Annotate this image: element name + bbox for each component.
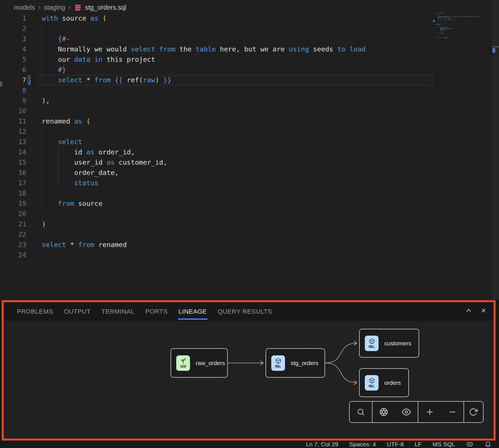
line-number: 8 xyxy=(11,85,26,95)
cube-icon: MDL xyxy=(365,375,379,391)
line-number: 6 xyxy=(11,65,26,75)
line-number: 5 xyxy=(11,54,26,65)
node-label: stg_orders xyxy=(291,360,318,367)
code-line: id as order_id, xyxy=(42,147,135,157)
line-number: 13 xyxy=(11,137,26,147)
code-line: renamed as ( xyxy=(42,116,90,126)
aperture-icon[interactable] xyxy=(379,408,388,416)
line-number: 17 xyxy=(11,178,26,188)
seedling-icon: SED xyxy=(176,355,190,371)
zoom-out-icon[interactable] xyxy=(448,408,457,416)
code-line: select xyxy=(42,137,82,147)
status-item[interactable]: Spaces: 4 xyxy=(349,441,376,448)
code-line: from source xyxy=(42,198,102,209)
node-label: customers xyxy=(384,340,411,347)
code-line: our data in this project xyxy=(42,54,155,65)
code-line: ), xyxy=(42,95,50,106)
node-label: raw_orders xyxy=(196,360,225,367)
code-line: #} xyxy=(42,65,66,75)
modified-line-gutter-marker xyxy=(27,75,31,85)
line-number: 22 xyxy=(11,229,26,240)
minimap[interactable]: with source as ( {#- Normally we would s… xyxy=(435,13,490,39)
line-number: 18 xyxy=(11,188,26,198)
line-number: 16 xyxy=(11,168,26,178)
line-number: 20 xyxy=(11,209,26,219)
status-item[interactable]: Ln 7, Col 29 xyxy=(306,441,338,448)
code-line: ) xyxy=(42,219,46,229)
code-line: order_date, xyxy=(42,168,119,178)
line-number: 15 xyxy=(11,157,26,168)
status-bar: Ln 7, Col 29Spaces: 4UTF-8LFMS SQL xyxy=(0,441,499,448)
node-label: orders xyxy=(384,379,401,386)
search-icon[interactable] xyxy=(357,408,365,416)
code-editor[interactable]: 123456789101112131415161718192021222324 … xyxy=(0,0,499,300)
code-line: {#- xyxy=(42,34,70,44)
overview-ruler-modified-marker xyxy=(492,48,495,53)
lineage-node-stg_orders[interactable]: MDLstg_orders xyxy=(266,348,325,378)
copilot-icon[interactable] xyxy=(466,441,474,448)
status-item[interactable]: UTF-8 xyxy=(387,441,404,448)
scrollbar[interactable] xyxy=(492,0,499,300)
status-item[interactable]: MS SQL xyxy=(433,441,455,448)
line-number: 9 xyxy=(11,95,26,106)
scrollbar-slider[interactable] xyxy=(492,46,499,47)
eye-icon[interactable] xyxy=(402,407,411,417)
line-number: 23 xyxy=(11,240,26,250)
sidebar-resize-handle[interactable] xyxy=(0,81,2,86)
lineage-edges xyxy=(0,300,499,448)
code-line: select * from {{ ref(raw) }} xyxy=(42,75,171,85)
line-number: 21 xyxy=(11,219,26,229)
code-line: status xyxy=(42,178,98,188)
lineage-toolbar xyxy=(349,401,484,423)
status-item[interactable]: LF xyxy=(415,441,422,448)
line-number: 11 xyxy=(11,116,26,126)
refresh-icon[interactable] xyxy=(469,408,478,416)
code-line: Normally we would select from the table … xyxy=(42,44,366,54)
line-number: 3 xyxy=(11,34,26,44)
line-number: 10 xyxy=(11,106,26,116)
line-number: 24 xyxy=(11,250,26,260)
lineage-node-customers[interactable]: MDLcustomers xyxy=(359,329,419,358)
line-number: 14 xyxy=(11,147,26,157)
bell-icon[interactable] xyxy=(484,441,492,448)
line-number: 1 xyxy=(11,13,26,23)
code-line: user_id as customer_id, xyxy=(42,157,167,168)
line-number: 4 xyxy=(11,44,26,54)
zoom-in-icon[interactable] xyxy=(425,408,434,416)
line-number: 12 xyxy=(11,126,26,137)
line-number: 19 xyxy=(11,198,26,209)
code-line: with source as ( xyxy=(42,13,106,23)
code-line: select * from renamed xyxy=(42,240,127,250)
lineage-node-orders[interactable]: MDLorders xyxy=(359,368,409,397)
lineage-node-raw_orders[interactable]: SEDraw_orders xyxy=(171,348,228,378)
minimap-modified-marker xyxy=(433,20,434,22)
cube-icon: MDL xyxy=(365,336,379,351)
line-number: 2 xyxy=(11,23,26,34)
cube-icon: MDL xyxy=(271,355,285,371)
line-number: 7 xyxy=(11,75,26,85)
